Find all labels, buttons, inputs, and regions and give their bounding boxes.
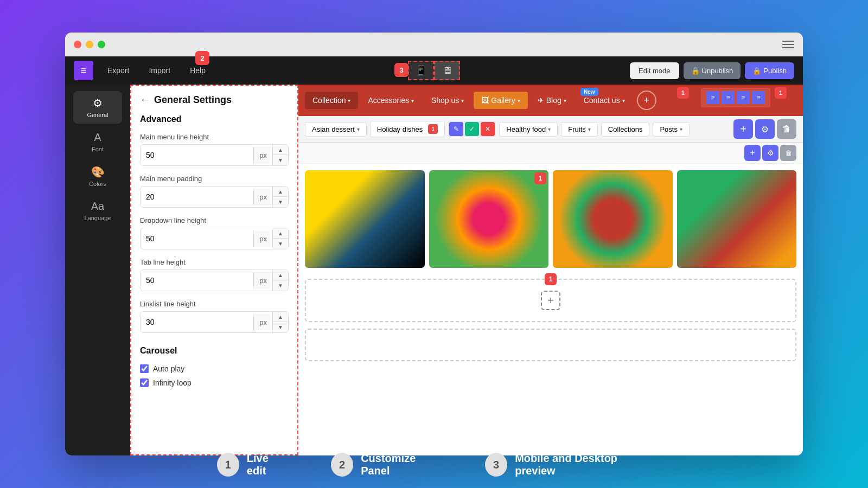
field-unit-4: px bbox=[253, 314, 272, 331]
stepper-down-4[interactable]: ▼ bbox=[273, 322, 288, 332]
field-stepper-3[interactable]: ▲ ▼ bbox=[272, 270, 288, 291]
nav-item-shopus[interactable]: Shop us ▾ bbox=[424, 92, 471, 109]
submenu-posts[interactable]: Posts ▾ bbox=[653, 122, 690, 137]
stepper-down-0[interactable]: ▼ bbox=[273, 155, 288, 165]
nav-item-gallery[interactable]: 🖼 Gallery ▾ bbox=[474, 92, 527, 109]
field-stepper-0[interactable]: ▲ ▼ bbox=[272, 145, 288, 165]
trash-submenu-button[interactable]: 🗑 bbox=[777, 119, 796, 139]
import-button[interactable]: Import bbox=[143, 63, 176, 78]
edit-mode-button[interactable]: Edit mode bbox=[630, 62, 679, 79]
align-right-icon[interactable]: ≡ bbox=[737, 91, 750, 104]
hamburger-icon[interactable] bbox=[782, 41, 794, 48]
submenu-holiday-dishes[interactable]: Holiday dishes 1 bbox=[370, 121, 445, 137]
add-submenu-button[interactable]: + bbox=[733, 119, 753, 139]
legend-num-2: 2 bbox=[331, 453, 353, 477]
nav-item-collection[interactable]: Collection ▾ bbox=[305, 92, 358, 109]
align-left-icon[interactable]: ≡ bbox=[706, 91, 719, 104]
export-button[interactable]: Export bbox=[102, 63, 135, 78]
field-stepper-2[interactable]: ▲ ▼ bbox=[272, 228, 288, 249]
browser-titlebar bbox=[65, 33, 803, 56]
stepper-up-1[interactable]: ▲ bbox=[273, 187, 288, 197]
autoplay-checkbox[interactable] bbox=[140, 364, 149, 373]
submenu-healthy-food[interactable]: Healthy food ▾ bbox=[499, 122, 558, 137]
unpublish-button[interactable]: 🔒 Unpublish bbox=[684, 62, 741, 79]
stepper-up-2[interactable]: ▲ bbox=[273, 228, 288, 239]
stepper-up-0[interactable]: ▲ bbox=[273, 145, 288, 155]
sidebar-item-language[interactable]: Aa Language bbox=[73, 195, 122, 227]
stepper-up-3[interactable]: ▲ bbox=[273, 270, 288, 280]
nav-label-collection: Collection bbox=[312, 96, 346, 105]
maximize-button[interactable] bbox=[98, 41, 105, 48]
submenu-check-btn[interactable]: ✓ bbox=[465, 122, 479, 136]
badge-3: 3 bbox=[394, 63, 409, 77]
field-main-menu-padding: Main menu padding px ▲ ▼ bbox=[140, 175, 289, 208]
food-image-2: 1 bbox=[429, 170, 549, 268]
nav-label-shopus: Shop us bbox=[431, 96, 459, 105]
nav-label-blog: Blog bbox=[546, 96, 561, 105]
minimize-button[interactable] bbox=[86, 41, 93, 48]
align-center-icon[interactable]: ≡ bbox=[722, 91, 735, 104]
top-toolbar: ≡ Export Import Help 2 3 📱 🖥 Edit mode 🔒… bbox=[65, 56, 803, 85]
badge1-addsection: 1 bbox=[545, 273, 557, 285]
add-section-2 bbox=[305, 329, 796, 361]
field-input-row-2: px ▲ ▼ bbox=[140, 228, 289, 249]
field-input-1[interactable] bbox=[141, 188, 253, 206]
left-sidebar: ⚙ General A Font 🎨 Colors Aa Language bbox=[65, 85, 130, 455]
field-input-4[interactable] bbox=[141, 313, 253, 331]
sidebar-item-general[interactable]: ⚙ General bbox=[73, 91, 122, 124]
field-input-3[interactable] bbox=[141, 272, 253, 289]
back-button[interactable]: ← bbox=[140, 94, 150, 106]
sidebar-item-colors[interactable]: 🎨 Colors bbox=[73, 160, 122, 192]
close-button[interactable] bbox=[74, 41, 81, 48]
help-button[interactable]: Help bbox=[184, 63, 211, 78]
add-section-1: 1 + bbox=[305, 279, 796, 322]
field-main-menu-line-height: Main menu line height px ▲ ▼ bbox=[140, 133, 289, 166]
submenu-collections[interactable]: Collections bbox=[601, 122, 650, 137]
add-section-button[interactable]: + bbox=[541, 291, 560, 310]
gear-submenu-button[interactable]: ⚙ bbox=[755, 119, 775, 139]
nav-item-accessories[interactable]: Accessories ▾ bbox=[360, 92, 421, 109]
nav-item-blog[interactable]: ✈ Blog ▾ bbox=[530, 92, 574, 109]
submenu-asian-dessert[interactable]: Asian dessert ▾ bbox=[305, 122, 367, 137]
submenu-fruits[interactable]: Fruits ▾ bbox=[561, 122, 598, 137]
logo-icon: ≡ bbox=[81, 65, 87, 76]
chevron-healthy: ▾ bbox=[548, 126, 551, 132]
field-input-0[interactable] bbox=[141, 146, 253, 164]
stepper-down-2[interactable]: ▼ bbox=[273, 239, 288, 249]
publish-icon: 🔒 bbox=[752, 67, 761, 75]
sidebar-item-font[interactable]: A Font bbox=[73, 126, 122, 158]
field-stepper-1[interactable]: ▲ ▼ bbox=[272, 187, 288, 207]
stepper-down-3[interactable]: ▼ bbox=[273, 280, 288, 291]
editor-container: ⚙ General A Font 🎨 Colors Aa Language ← … bbox=[65, 85, 803, 455]
infinity-loop-checkbox[interactable] bbox=[140, 378, 149, 387]
bottom-legend: 1 Live edit 2 Customize Panel 3 Mobile a… bbox=[217, 452, 651, 477]
field-label-4: Linklist line height bbox=[140, 300, 289, 308]
nav-label-accessories: Accessories bbox=[368, 96, 409, 105]
carousel-label: Carousel bbox=[140, 346, 289, 356]
new-badge: New bbox=[580, 88, 598, 96]
field-dropdown-line-height: Dropdown line height px ▲ ▼ bbox=[140, 216, 289, 249]
section-advanced-label: Advanced bbox=[140, 114, 289, 124]
field-input-2[interactable] bbox=[141, 230, 253, 247]
submenu-delete-btn[interactable]: ✕ bbox=[481, 122, 495, 136]
badge-2: 2 bbox=[195, 51, 209, 65]
mobile-preview-button[interactable]: 📱 bbox=[408, 61, 434, 80]
gear-row-button[interactable]: ⚙ bbox=[762, 145, 778, 161]
add-nav-item-button[interactable]: + bbox=[637, 91, 656, 110]
trash-row-button[interactable]: 🗑 bbox=[780, 145, 796, 161]
food-image-1 bbox=[305, 170, 425, 268]
desktop-preview-button[interactable]: 🖥 bbox=[434, 61, 460, 80]
sidebar-label-font: Font bbox=[92, 146, 104, 152]
submenu-edit-btn[interactable]: ✎ bbox=[449, 122, 463, 136]
publish-button[interactable]: 🔒 Publish bbox=[745, 62, 794, 79]
align-justify-icon[interactable]: ≡ bbox=[752, 91, 765, 104]
badge1-indicator-nav: 1 bbox=[775, 87, 787, 99]
font-icon: A bbox=[94, 131, 101, 144]
nav-label-gallery: Gallery bbox=[491, 96, 515, 105]
field-stepper-4[interactable]: ▲ ▼ bbox=[272, 312, 288, 332]
stepper-down-1[interactable]: ▼ bbox=[273, 197, 288, 207]
add-row-button[interactable]: + bbox=[744, 145, 761, 161]
field-unit-3: px bbox=[253, 272, 272, 289]
stepper-up-4[interactable]: ▲ bbox=[273, 312, 288, 322]
toolbar-right: Edit mode 🔒 Unpublish 🔒 Publish bbox=[630, 62, 794, 79]
